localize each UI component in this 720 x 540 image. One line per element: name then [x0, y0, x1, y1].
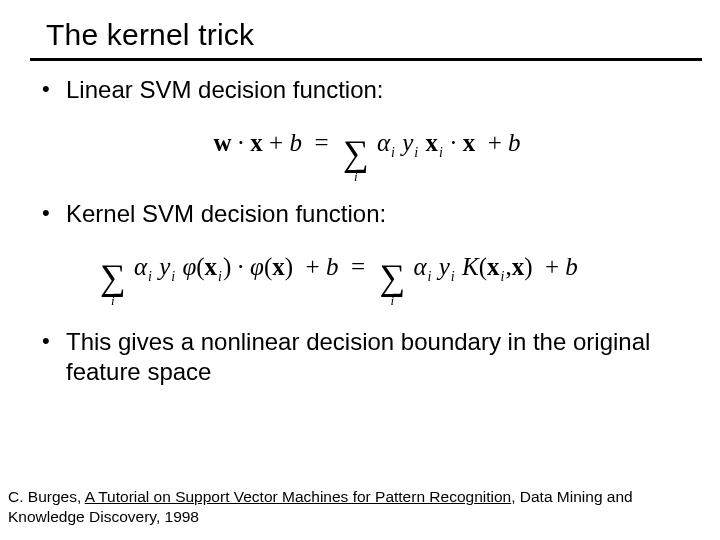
bullet-dot-icon: •: [42, 199, 66, 228]
eq2-K: K: [462, 253, 479, 280]
eq2-a1: α: [134, 253, 147, 280]
eq2-a1i: i: [147, 269, 153, 284]
bullet-dot-icon: •: [42, 327, 66, 356]
equation-1-wrap: w · x + b = ∑ i αi yi xi · x + b: [42, 129, 692, 171]
eq1-xi: x: [425, 129, 438, 156]
sigma-icon: ∑ i: [100, 259, 126, 295]
eq2-lpK: (: [479, 253, 487, 280]
eq1-plus1: +: [269, 129, 283, 156]
eq2-lp2: (: [264, 253, 272, 280]
eq2-x2: x: [272, 253, 285, 280]
eq1-b1: b: [289, 129, 302, 156]
eq2-xk1: x: [487, 253, 500, 280]
equation-1: w · x + b = ∑ i αi yi xi · x + b: [214, 129, 521, 171]
eq2-rp1: ): [223, 253, 231, 280]
eq2-rp2: ): [285, 253, 293, 280]
eq2-a2: α: [413, 253, 426, 280]
sigma-icon: ∑ i: [380, 259, 406, 295]
slide-title: The kernel trick: [0, 0, 720, 58]
eq2-y1: y: [159, 253, 170, 280]
eq1-b2: b: [508, 129, 521, 156]
eq1-alpha-i: i: [390, 145, 396, 160]
eq2-rpK: ): [524, 253, 532, 280]
eq2-b2: b: [565, 253, 578, 280]
bullet-2: • Kernel SVM decision function:: [42, 199, 692, 229]
citation-footer: C. Burges, A Tutorial on Support Vector …: [8, 487, 712, 526]
equation-2: ∑ i αi yi φ(xi) · φ(x) + b = ∑ i αi yi K…: [98, 253, 578, 295]
equation-2-wrap: ∑ i αi yi φ(xi) · φ(x) + b = ∑ i αi yi K…: [98, 253, 692, 295]
eq2-dot: ·: [238, 253, 244, 280]
bullet-3-text: This gives a nonlinear decision boundary…: [66, 327, 692, 387]
eq1-y: y: [402, 129, 413, 156]
bullet-1-text: Linear SVM decision function:: [66, 75, 692, 105]
eq1-dot1: ·: [238, 129, 244, 156]
eq1-alpha: α: [377, 129, 390, 156]
eq1-y-i: i: [413, 145, 419, 160]
eq1-sigma-sub: i: [354, 169, 358, 185]
eq2-xi1: x: [205, 253, 218, 280]
eq2-plus2: +: [545, 253, 559, 280]
eq1-w: w: [214, 129, 232, 156]
bullet-3: • This gives a nonlinear decision bounda…: [42, 327, 692, 387]
eq2-lp1: (: [196, 253, 204, 280]
eq2-phi1: φ: [182, 253, 196, 280]
eq2-xk2: x: [512, 253, 525, 280]
eq1-dot2: ·: [450, 129, 456, 156]
eq1-x: x: [250, 129, 263, 156]
citation-author: C. Burges,: [8, 488, 85, 505]
eq2-y2i: i: [450, 269, 456, 284]
eq2-y1i: i: [170, 269, 176, 284]
eq1-x2: x: [463, 129, 476, 156]
bullet-dot-icon: •: [42, 75, 66, 104]
eq2-b1: b: [326, 253, 339, 280]
eq2-a2i: i: [427, 269, 433, 284]
citation-link[interactable]: A Tutorial on Support Vector Machines fo…: [85, 488, 512, 505]
eq1-plus2: +: [488, 129, 502, 156]
eq1-eq: =: [314, 129, 328, 156]
eq2-plus1: +: [306, 253, 320, 280]
eq1-xi-i: i: [438, 145, 444, 160]
eq2-eq: =: [351, 253, 365, 280]
eq2-phi2: φ: [250, 253, 264, 280]
slide-body: • Linear SVM decision function: w · x + …: [0, 61, 720, 387]
eq2-y2: y: [439, 253, 450, 280]
eq2-sig2-sub: i: [391, 293, 395, 309]
sigma-icon: ∑ i: [343, 135, 369, 171]
bullet-1: • Linear SVM decision function:: [42, 75, 692, 105]
bullet-2-text: Kernel SVM decision function:: [66, 199, 692, 229]
eq2-sig1-sub: i: [111, 293, 115, 309]
